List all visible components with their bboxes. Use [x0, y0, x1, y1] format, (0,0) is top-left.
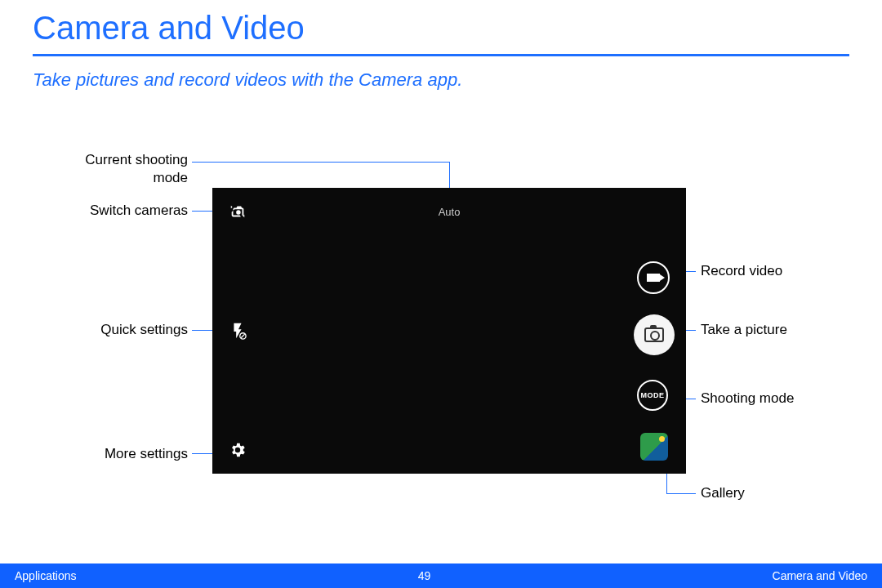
current-mode-label: Auto [212, 206, 686, 218]
mode-button[interactable]: MODE [637, 380, 668, 411]
footer-page-number: 49 [418, 569, 431, 582]
record-video-button[interactable] [637, 261, 670, 294]
leader-line [192, 162, 449, 163]
svg-line-2 [241, 334, 245, 338]
callout-current-shooting-mode: Current shooting mode [65, 151, 188, 187]
flash-off-icon[interactable] [229, 322, 247, 340]
callout-text: mode [153, 170, 188, 185]
switch-camera-icon[interactable] [229, 203, 247, 220]
leader-line [666, 493, 696, 494]
page-title: Camera and Video [33, 10, 305, 47]
callout-quick-settings: Quick settings [65, 322, 188, 338]
callout-switch-cameras: Switch cameras [65, 203, 188, 219]
svg-point-0 [236, 210, 241, 215]
page-subtitle: Take pictures and record videos with the… [33, 69, 462, 91]
title-divider [33, 54, 849, 56]
gallery-thumbnail[interactable] [640, 433, 668, 461]
shutter-button[interactable] [634, 314, 675, 355]
callout-record-video: Record video [701, 263, 782, 279]
callout-gallery: Gallery [701, 485, 745, 501]
callout-more-settings: More settings [65, 446, 188, 462]
settings-gear-icon[interactable] [229, 441, 247, 459]
footer-right: Camera and Video [773, 569, 867, 582]
page-footer: Applications 49 Camera and Video [0, 564, 882, 588]
callout-text: Current shooting [85, 152, 188, 167]
video-camera-icon [647, 274, 660, 282]
callout-take-picture: Take a picture [701, 322, 787, 338]
callout-shooting-mode: Shooting mode [701, 390, 794, 407]
mode-button-label: MODE [641, 391, 665, 399]
camera-viewfinder: Auto MODE [212, 188, 686, 474]
camera-icon [644, 327, 664, 342]
footer-left: Applications [15, 569, 77, 582]
